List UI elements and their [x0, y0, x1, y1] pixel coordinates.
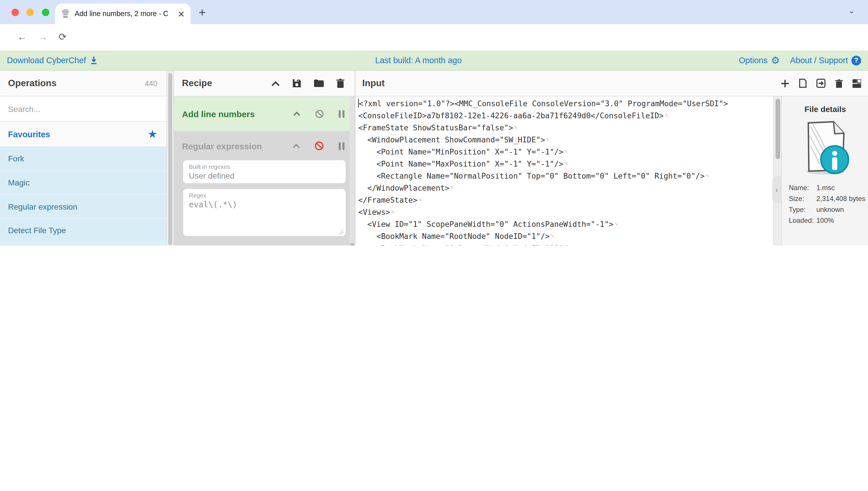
load-recipe-folder-icon[interactable] — [314, 79, 324, 87]
recipe-scrollbar[interactable] — [350, 96, 355, 246]
input-line: <View ID="1" ScopePaneWidth="0" ActionsP… — [358, 218, 773, 230]
file-detail-label: Size: — [789, 195, 816, 203]
input-line: <WindowPlacement ShowCommand="SW_HIDE">␍ — [358, 134, 773, 146]
download-icon — [90, 56, 98, 65]
input-line: <BookMark Name="SelectedNode" NodeID="13… — [358, 242, 773, 246]
reload-icon[interactable]: ⟳ — [59, 31, 67, 43]
collapse-op-icon[interactable] — [293, 111, 300, 116]
operation-item[interactable]: Regular expression — [0, 195, 173, 219]
file-detail-value: 2,314,408 bytes — [816, 195, 868, 203]
operation-item[interactable]: Magic — [0, 171, 173, 195]
disable-op-icon[interactable] — [315, 141, 324, 150]
input-line: <ConsoleFileID>a7bf8102-12e1-4226-aa6a-2… — [358, 110, 773, 122]
maximize-window-button[interactable] — [42, 9, 49, 16]
operations-title: Operations — [8, 78, 145, 88]
disable-op-icon[interactable] — [315, 109, 324, 118]
file-detail-value: unknown — [816, 206, 868, 213]
breakpoint-pause-icon[interactable] — [339, 110, 345, 117]
collapse-file-details-handle[interactable]: › — [772, 176, 781, 203]
forward-icon[interactable]: → — [38, 32, 48, 43]
recipe-panel: Recipe Add line numbers Regular expressi… — [173, 70, 355, 246]
file-detail-row: Name:1.msc — [789, 184, 868, 192]
minimize-window-button[interactable] — [27, 9, 34, 16]
file-detail-label: Loaded: — [789, 216, 816, 225]
recipe-op-add-line-numbers[interactable]: Add line numbers — [174, 96, 355, 132]
save-recipe-icon[interactable] — [292, 79, 301, 88]
input-scrollbar[interactable] — [773, 96, 781, 246]
carriage-return-mark: ␍ — [514, 125, 518, 131]
carriage-return-mark: ␍ — [391, 209, 395, 215]
op-name: Regular expression — [182, 141, 293, 151]
regex-textarea[interactable]: Regex eval\(.*\) — [183, 189, 346, 236]
carriage-return-mark: ␍ — [573, 245, 577, 246]
browser-tab-strip: Add line numbers, 2 more - C ✕ + ⌄ — [0, 0, 868, 24]
favourite-operations-list: ForkMagicRegular expressionDetect File T… — [0, 147, 173, 246]
carriage-return-mark: ␍ — [564, 149, 568, 154]
file-detail-value: 1.msc — [816, 184, 868, 192]
operation-item[interactable]: To Base64 — [0, 243, 173, 246]
file-icon — [782, 118, 868, 178]
resize-handle[interactable] — [338, 229, 343, 234]
file-detail-row: Loaded:100% — [789, 216, 868, 225]
field-value: User defined — [189, 171, 340, 180]
favourites-label: Favourites — [8, 129, 148, 139]
download-cyberchef-link[interactable]: Download CyberChef — [7, 56, 98, 65]
recipe-header: Recipe — [174, 70, 355, 96]
new-tab-button[interactable]: + — [199, 6, 206, 20]
carriage-return-mark: ␍ — [614, 221, 618, 227]
collapse-op-icon[interactable] — [293, 144, 300, 148]
browser-tab[interactable]: Add line numbers, 2 more - C ✕ — [55, 3, 190, 24]
built-in-regexes-select[interactable]: Built in regexes User defined — [183, 160, 346, 183]
back-icon[interactable]: ← — [17, 32, 27, 43]
file-detail-label: Type: — [789, 206, 816, 213]
operation-item[interactable]: Detect File Type — [0, 219, 173, 242]
operation-item[interactable]: Fork — [0, 147, 173, 171]
tab-close-icon[interactable]: ✕ — [178, 9, 185, 18]
screen: Add line numbers, 2 more - C ✕ + ⌄ ← → ⟳… — [0, 0, 868, 246]
input-line: <Point Name="MinPosition" X="-1" Y="-1"/… — [358, 146, 773, 158]
file-details-title: File details — [782, 105, 868, 114]
tab-search-icon[interactable]: ⌄ — [848, 6, 855, 15]
input-line: <BookMark Name="RootNode" NodeID="1"/>␍ — [358, 230, 773, 242]
collapse-recipe-icon[interactable] — [272, 81, 279, 86]
input-editor[interactable]: <?xml version="1.0"?><MMC_ConsoleFile Co… — [355, 96, 773, 246]
file-detail-label: Name: — [789, 184, 816, 192]
close-window-button[interactable] — [11, 9, 19, 16]
breakpoint-pause-icon[interactable] — [339, 142, 345, 150]
cyberchef-banner: Download CyberChef Last build: A month a… — [0, 51, 868, 70]
io-layout-icon[interactable] — [852, 79, 861, 88]
carriage-return-mark: ␍ — [564, 161, 568, 167]
favourites-star-icon[interactable]: ★ — [148, 127, 157, 141]
input-line: </FrameState>␍ — [358, 194, 773, 206]
add-input-tab-icon[interactable] — [781, 79, 789, 88]
op-name: Add line numbers — [182, 109, 293, 119]
carriage-return-mark: ␍ — [418, 197, 422, 203]
help-icon: ? — [851, 55, 861, 65]
options-button[interactable]: Options ⚙ — [739, 54, 780, 66]
carriage-return-mark: ␍ — [705, 173, 709, 179]
clear-recipe-trash-icon[interactable] — [336, 79, 345, 88]
clear-io-trash-icon[interactable] — [835, 79, 843, 88]
favicon-chef-hat-icon — [61, 9, 70, 18]
favourites-header[interactable]: Favourites ★ — [0, 122, 173, 147]
input-line: <Views>␍ — [358, 206, 773, 218]
operations-panel: Operations 440 Search... Favourites ★ Fo… — [0, 70, 173, 246]
input-line: <Rectangle Name="NormalPosition" Top="0"… — [358, 170, 773, 182]
open-folder-input-icon[interactable] — [816, 79, 826, 88]
browser-toolbar: ← → ⟳ ⓘ 127.0.0.1:8111/#recipe=Add_line_… — [0, 24, 868, 51]
about-support-button[interactable]: About / Support ? — [790, 55, 861, 65]
last-build-label: Last build: A month ago — [98, 56, 739, 65]
carriage-return-mark: ␍ — [664, 113, 668, 118]
carriage-return-mark: ␍ — [550, 233, 554, 239]
operations-scrollbar[interactable] — [167, 70, 173, 246]
field-label: Built in regexes — [189, 163, 340, 170]
open-file-icon[interactable] — [799, 79, 807, 88]
carriage-return-mark: ␍ — [546, 137, 550, 142]
input-header: Input — [355, 70, 868, 96]
operations-search-input[interactable]: Search... — [0, 96, 173, 122]
file-details-panel: File details Name:1.mscSize:2,314,408 by… — [781, 96, 868, 246]
recipe-op-regular-expression[interactable]: Regular expression Built in regexes User… — [174, 132, 355, 246]
input-line: <FrameState ShowStatusBar="false">␍ — [358, 122, 773, 134]
input-line: </WindowPlacement>␍ — [358, 182, 773, 194]
input-line: <?xml version="1.0"?><MMC_ConsoleFile Co… — [358, 97, 773, 110]
